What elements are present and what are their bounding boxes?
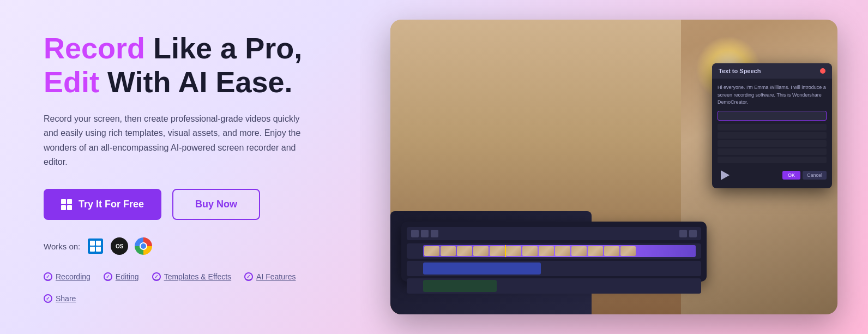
feature-link-ai-label: AI Features xyxy=(256,272,296,281)
timeline-tool-4 xyxy=(679,230,687,237)
tts-dialog: Text to Speech Hi everyone. I'm Emma Wil… xyxy=(712,63,832,188)
chrome-icon xyxy=(135,237,152,255)
dialog-option-5 xyxy=(718,157,827,163)
dialog-option-2 xyxy=(718,132,827,139)
thumb-4 xyxy=(473,246,489,256)
feature-link-share[interactable]: Share xyxy=(44,294,76,303)
dialog-body: Hi everyone. I'm Emma Williams. I will i… xyxy=(712,79,832,188)
thumb-10 xyxy=(571,246,587,256)
headline-accent-1: Record xyxy=(44,32,145,64)
feature-link-share-label: Share xyxy=(56,294,76,303)
thumb-7 xyxy=(522,246,538,256)
dialog-cancel-button[interactable]: Cancel xyxy=(803,171,827,180)
dialog-option-3 xyxy=(718,140,827,147)
windows-icon xyxy=(61,199,72,210)
feature-links: Recording Editing Templates & Effects AI… xyxy=(44,272,316,303)
thumb-1 xyxy=(424,246,439,256)
timeline-overlay xyxy=(401,222,707,282)
check-ai-icon xyxy=(244,272,253,281)
cta-buttons: Try It For Free Buy Now xyxy=(44,189,316,220)
dialog-header: Text to Speech xyxy=(712,63,832,79)
win-icon xyxy=(88,238,103,254)
description-text: Record your screen, then create professi… xyxy=(44,112,316,170)
dialog-ok-button[interactable]: OK xyxy=(782,171,800,180)
check-recording-icon xyxy=(44,272,52,281)
timeline-text-clip xyxy=(423,280,497,292)
feature-link-recording-label: Recording xyxy=(56,272,91,281)
play-icon xyxy=(721,170,730,180)
hero-background: Text to Speech Hi everyone. I'm Emma Wil… xyxy=(390,20,837,314)
feature-link-editing[interactable]: Editing xyxy=(104,272,139,281)
try-free-label: Try It For Free xyxy=(79,199,144,210)
windows-os-icon xyxy=(87,237,104,255)
thumb-12 xyxy=(604,246,619,256)
thumb-5 xyxy=(490,246,505,256)
macos-os-icon: OS xyxy=(111,237,128,255)
timeline-playhead xyxy=(505,245,506,257)
hero-image: Text to Speech Hi everyone. I'm Emma Wil… xyxy=(390,20,837,314)
thumb-6 xyxy=(506,246,521,256)
timeline-audio-clip xyxy=(423,263,541,275)
dialog-text-content: Hi everyone. I'm Emma Williams. I will i… xyxy=(718,84,827,106)
right-panel: Text to Speech Hi everyone. I'm Emma Wil… xyxy=(360,0,868,334)
timeline-track-3 xyxy=(407,278,701,294)
mac-icon: OS xyxy=(111,237,128,255)
buy-now-label: Buy Now xyxy=(195,199,237,210)
timeline-tool-2 xyxy=(421,230,429,237)
timeline-tool-5 xyxy=(689,230,697,237)
thumb-9 xyxy=(555,246,570,256)
headline-part2-rest: With AI Ease. xyxy=(99,65,293,98)
timeline-track-2 xyxy=(407,261,701,276)
thumb-8 xyxy=(539,246,554,256)
timeline-clip-video xyxy=(423,245,696,257)
timeline-toolbar xyxy=(407,227,701,240)
feature-link-ai[interactable]: AI Features xyxy=(244,272,296,281)
timeline-track-1 xyxy=(407,243,701,259)
timeline-thumbnails xyxy=(423,245,696,257)
headline-part1-rest: Like a Pro, xyxy=(145,32,302,64)
feature-link-templates[interactable]: Templates & Effects xyxy=(152,272,231,281)
dialog-play-button[interactable] xyxy=(718,168,733,183)
dialog-title: Text to Speech xyxy=(719,68,761,74)
buy-now-button[interactable]: Buy Now xyxy=(172,189,260,220)
works-on-section: Works on: OS xyxy=(44,237,316,255)
dialog-action-buttons: OK Cancel xyxy=(782,171,827,180)
feature-link-templates-label: Templates & Effects xyxy=(164,272,231,281)
check-editing-icon xyxy=(104,272,112,281)
check-templates-icon xyxy=(152,272,161,281)
headline-accent-2: Edit xyxy=(44,65,99,98)
try-free-button[interactable]: Try It For Free xyxy=(44,189,161,220)
feature-link-editing-label: Editing xyxy=(116,272,139,281)
check-share-icon xyxy=(44,294,52,303)
dialog-language-select[interactable] xyxy=(718,111,827,121)
works-on-label: Works on: xyxy=(44,242,80,251)
thumb-3 xyxy=(457,246,472,256)
dialog-option-1 xyxy=(718,124,827,130)
headline: Record Like a Pro, Edit With AI Ease. xyxy=(44,31,316,99)
left-panel: Record Like a Pro, Edit With AI Ease. Re… xyxy=(0,0,360,334)
thumb-11 xyxy=(588,246,603,256)
thumb-2 xyxy=(441,246,456,256)
dialog-option-4 xyxy=(718,148,827,155)
dialog-footer: OK Cancel xyxy=(718,168,827,183)
timeline-tool-3 xyxy=(431,230,438,237)
feature-link-recording[interactable]: Recording xyxy=(44,272,91,281)
chrome-os-icon xyxy=(135,237,152,255)
timeline-tool-1 xyxy=(411,230,419,237)
thumb-13 xyxy=(620,246,636,256)
dialog-close-button[interactable] xyxy=(820,68,825,74)
